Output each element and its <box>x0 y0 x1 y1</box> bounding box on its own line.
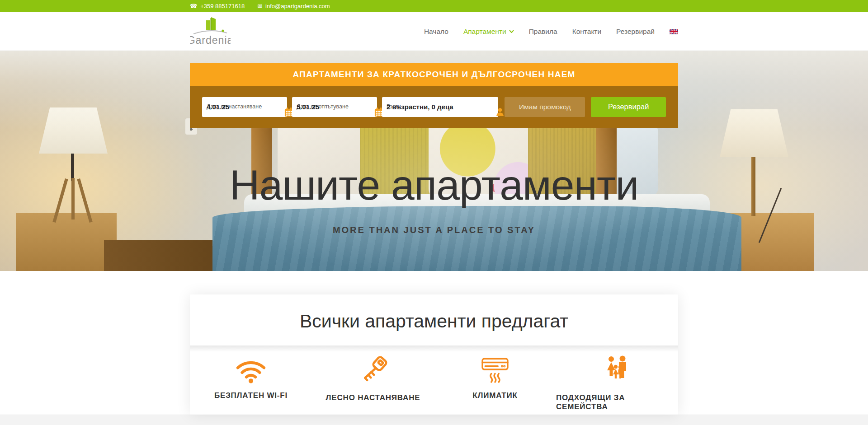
hero-section: Нашите апартаменти MORE THAN JUST A PLAC… <box>0 51 868 271</box>
reserve-button[interactable]: Резервирай <box>591 97 666 117</box>
email-address: info@apartgardenia.com <box>265 3 330 9</box>
checkout-value: 5.01.25 <box>297 103 319 112</box>
features-card: Всички апартаменти предлагат БЕЗПЛАТЕН W… <box>190 294 678 415</box>
promo-code-button[interactable]: Имам промокод <box>505 97 585 117</box>
logo-building-icon: Gardenia <box>190 17 231 47</box>
family-icon <box>603 354 632 384</box>
phone-icon: ☎ <box>190 3 197 9</box>
checkin-date-field[interactable]: Дата на настаняване 4.01.25 <box>202 97 287 117</box>
section-divider <box>190 346 678 351</box>
checkin-value: 4.01.25 <box>207 103 229 112</box>
chevron-down-icon <box>509 30 514 33</box>
logo[interactable]: Gardenia <box>190 17 231 47</box>
nav-item-home[interactable]: Начало <box>424 28 448 36</box>
booking-banner: АПАРТАМЕНТИ ЗА КРАТКОСРОЧЕН И ДЪЛГОСРОЧЕ… <box>190 63 678 86</box>
feature-ac: КЛИМАТИК <box>434 354 556 411</box>
checkout-date-field[interactable]: Дата на отпътуване 5.01.25 <box>292 97 377 117</box>
feature-label: БЕЗПЛАТЕН WI-FI <box>214 391 288 400</box>
page-subtitle: MORE THAN JUST A PLACE TO STAY <box>0 225 868 235</box>
booking-form: Дата на настаняване 4.01.25 Дата на отпъ… <box>190 86 678 128</box>
feature-family: ПОДХОДЯЩИ ЗА СЕМЕЙСТВА <box>556 354 678 411</box>
feature-label: ПОДХОДЯЩИ ЗА СЕМЕЙСТВА <box>556 393 678 411</box>
booking-widget: АПАРТАМЕНТИ ЗА КРАТКОСРОЧЕН И ДЪЛГОСРОЧЕ… <box>190 63 678 128</box>
wifi-icon <box>235 354 267 384</box>
topbar: ☎ +359 885171618 ✉ info@apartgardenia.co… <box>0 0 868 12</box>
email-icon: ✉ <box>257 3 262 9</box>
section-title: Всички апартаменти предлагат <box>190 294 678 332</box>
language-flag-en-icon[interactable] <box>670 29 678 34</box>
features-section: Всички апартаменти предлагат БЕЗПЛАТЕН W… <box>0 271 868 415</box>
topbar-phone[interactable]: ☎ +359 885171618 <box>190 3 245 9</box>
page-title: Нашите апартаменти <box>0 164 868 206</box>
nav-item-rules[interactable]: Правила <box>529 28 557 36</box>
feature-label: ЛЕСНО НАСТАНЯВАНЕ <box>326 393 420 402</box>
nav-item-apartments[interactable]: Апартаменти <box>463 28 514 36</box>
phone-number: +359 885171618 <box>200 3 245 9</box>
feature-label: КЛИМАТИК <box>472 391 518 400</box>
guests-value: 2 възрастни, 0 деца <box>387 103 453 112</box>
feature-easy-checkin: ЛЕСНО НАСТАНЯВАНЕ <box>312 354 434 411</box>
main-nav: Начало Апартаменти Правила Контакти Резе… <box>424 28 678 36</box>
topbar-email[interactable]: ✉ info@apartgardenia.com <box>257 3 330 9</box>
next-section-edge <box>0 415 868 425</box>
nav-item-contacts[interactable]: Контакти <box>572 28 601 36</box>
guests-field[interactable]: Гости 2 възрастни, 0 деца <box>382 97 498 117</box>
nav-item-reserve[interactable]: Резервирай <box>616 28 655 36</box>
ac-icon <box>480 354 510 384</box>
site-header: Gardenia Начало Апартаменти Правила Конт… <box>0 12 868 51</box>
svg-text:Gardenia: Gardenia <box>190 34 231 46</box>
key-icon <box>358 354 388 384</box>
feature-wifi: БЕЗПЛАТЕН WI-FI <box>190 354 312 411</box>
